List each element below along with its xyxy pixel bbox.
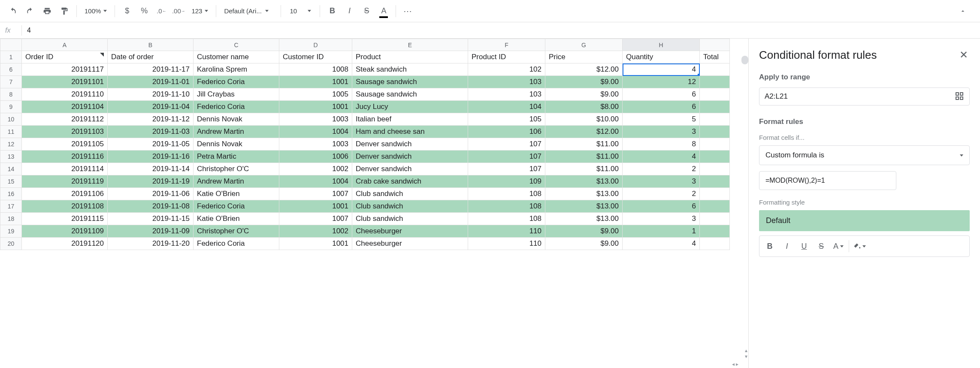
cell-C14[interactable]: Christopher O'C	[194, 163, 279, 175]
cell-C7[interactable]: Federico Coria	[194, 76, 279, 88]
italic-button[interactable]: I	[778, 238, 795, 255]
cell-D7[interactable]: 1001	[279, 76, 352, 88]
cell-D14[interactable]: 1002	[279, 163, 352, 175]
cell-A20[interactable]: 20191120	[22, 238, 108, 250]
cell-extra-14[interactable]	[700, 163, 730, 175]
cell-F11[interactable]: 106	[468, 126, 545, 138]
cell-H20[interactable]: 4	[623, 238, 700, 250]
row-header-1[interactable]: 1	[0, 51, 22, 63]
cell-B18[interactable]: 2019-11-15	[108, 213, 194, 225]
cell-F10[interactable]: 105	[468, 113, 545, 126]
print-button[interactable]	[39, 3, 55, 19]
cell-extra-19[interactable]	[700, 225, 730, 238]
cell-A19[interactable]: 20191109	[22, 225, 108, 238]
italic-button[interactable]: I	[342, 3, 357, 19]
zoom-select[interactable]: 100%	[81, 7, 110, 15]
cell-C16[interactable]: Katie O'Brien	[194, 188, 279, 200]
cell-A14[interactable]: 20191114	[22, 163, 108, 175]
cell-D20[interactable]: 1001	[279, 238, 352, 250]
cell-H13[interactable]: 4	[623, 151, 700, 163]
cell-A13[interactable]: 20191116	[22, 151, 108, 163]
row-header-6[interactable]: 6	[0, 63, 22, 76]
font-select[interactable]: Default (Ari...	[221, 7, 276, 15]
cell-B19[interactable]: 2019-11-09	[108, 225, 194, 238]
row-header-11[interactable]: 11	[0, 126, 22, 138]
cell-H14[interactable]: 2	[623, 163, 700, 175]
close-button[interactable]: ✕	[958, 47, 970, 63]
cell-E15[interactable]: Crab cake sandwich	[352, 175, 468, 188]
column-header-C[interactable]: C	[194, 39, 279, 51]
cell-extra-11[interactable]	[700, 126, 730, 138]
row-header-14[interactable]: 14	[0, 163, 22, 175]
cell-B7[interactable]: 2019-11-01	[108, 76, 194, 88]
cell-F7[interactable]: 103	[468, 76, 545, 88]
cell-D12[interactable]: 1003	[279, 138, 352, 151]
increase-decimal-button[interactable]: .00→	[171, 3, 186, 19]
column-header-D[interactable]: D	[279, 39, 352, 51]
cell-D11[interactable]: 1004	[279, 126, 352, 138]
vertical-scrollbar-arrows[interactable]: ▴▾	[745, 347, 747, 359]
cell-A6[interactable]: 20191117	[22, 63, 108, 76]
cell-G12[interactable]: $11.00	[545, 138, 623, 151]
cell-E18[interactable]: Club sandwich	[352, 213, 468, 225]
cell-C10[interactable]: Dennis Novak	[194, 113, 279, 126]
cell-extra-10[interactable]	[700, 113, 730, 126]
cell-C9[interactable]: Federico Coria	[194, 101, 279, 113]
condition-select[interactable]: Custom formula is	[759, 145, 970, 165]
cell-C17[interactable]: Federico Coria	[194, 200, 279, 213]
strikethrough-button[interactable]: S	[359, 3, 374, 19]
header-cell[interactable]: Customer name	[194, 51, 279, 63]
cell-A16[interactable]: 20191106	[22, 188, 108, 200]
cell-G6[interactable]: $12.00	[545, 63, 623, 76]
cell-G18[interactable]: $13.00	[545, 213, 623, 225]
cell-F13[interactable]: 107	[468, 151, 545, 163]
cell-D15[interactable]: 1004	[279, 175, 352, 188]
cell-D13[interactable]: 1006	[279, 151, 352, 163]
cell-E6[interactable]: Steak sandwich	[352, 63, 468, 76]
cell-C12[interactable]: Dennis Novak	[194, 138, 279, 151]
bold-button[interactable]: B	[324, 3, 340, 19]
column-header-G[interactable]: G	[545, 39, 623, 51]
cell-A11[interactable]: 20191103	[22, 126, 108, 138]
cell-H7[interactable]: 12	[623, 76, 700, 88]
currency-button[interactable]: $	[119, 3, 135, 19]
cell-C18[interactable]: Katie O'Brien	[194, 213, 279, 225]
percent-button[interactable]: %	[136, 3, 152, 19]
cell-extra-20[interactable]	[700, 238, 730, 250]
text-color-button[interactable]: A	[376, 3, 391, 19]
cell-H10[interactable]: 5	[623, 113, 700, 126]
cell-extra-9[interactable]	[700, 101, 730, 113]
cell-C13[interactable]: Petra Martic	[194, 151, 279, 163]
cell-B10[interactable]: 2019-11-12	[108, 113, 194, 126]
row-header-9[interactable]: 9	[0, 101, 22, 113]
column-header-E[interactable]: E	[352, 39, 468, 51]
cell-D19[interactable]: 1002	[279, 225, 352, 238]
cell-B20[interactable]: 2019-11-20	[108, 238, 194, 250]
cell-A12[interactable]: 20191105	[22, 138, 108, 151]
collapse-toolbar-button[interactable]	[955, 3, 971, 19]
cell-C20[interactable]: Federico Coria	[194, 238, 279, 250]
paint-format-button[interactable]	[57, 3, 72, 19]
text-color-button[interactable]: A	[830, 238, 847, 255]
cell-C19[interactable]: Christopher O'C	[194, 225, 279, 238]
cell-extra-16[interactable]	[700, 188, 730, 200]
cell-G13[interactable]: $11.00	[545, 151, 623, 163]
row-header-10[interactable]: 10	[0, 113, 22, 126]
row-header-15[interactable]: 15	[0, 175, 22, 188]
row-header-8[interactable]: 8	[0, 88, 22, 101]
cell-G15[interactable]: $13.00	[545, 175, 623, 188]
header-cell[interactable]: Product	[352, 51, 468, 63]
cell-A18[interactable]: 20191115	[22, 213, 108, 225]
cell-D8[interactable]: 1005	[279, 88, 352, 101]
cell-E20[interactable]: Cheeseburger	[352, 238, 468, 250]
cell-F6[interactable]: 102	[468, 63, 545, 76]
cell-extra-13[interactable]	[700, 151, 730, 163]
row-header-12[interactable]: 12	[0, 138, 22, 151]
decrease-decimal-button[interactable]: .0←	[154, 3, 169, 19]
cell-B12[interactable]: 2019-11-05	[108, 138, 194, 151]
cell-H8[interactable]: 6	[623, 88, 700, 101]
header-cell[interactable]: Total	[700, 51, 730, 63]
cell-F14[interactable]: 107	[468, 163, 545, 175]
row-header-13[interactable]: 13	[0, 151, 22, 163]
cell-D17[interactable]: 1001	[279, 200, 352, 213]
